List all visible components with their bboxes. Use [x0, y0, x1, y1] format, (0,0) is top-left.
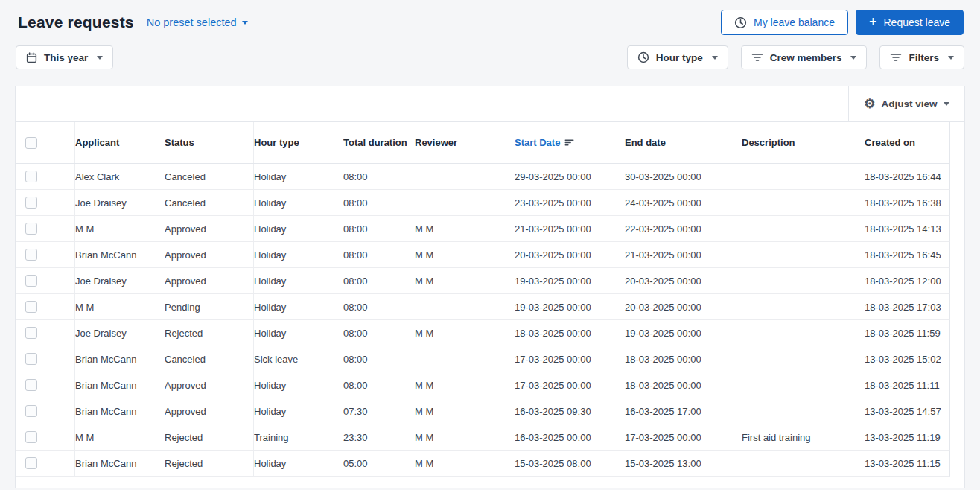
- table-row: Joe DraiseyApprovedHoliday08:00M M19-03-…: [16, 268, 950, 294]
- cell-created-on: 18-03-2025 11:59: [865, 320, 950, 346]
- cell-total-duration: 07:30: [343, 398, 415, 424]
- row-checkbox[interactable]: [25, 353, 37, 365]
- cell-start-date: 21-03-2025 00:00: [515, 216, 625, 241]
- request-leave-label: Request leave: [883, 16, 950, 28]
- row-checkbox[interactable]: [25, 275, 37, 287]
- row-checkbox[interactable]: [25, 223, 37, 235]
- cell-applicant: Brian McCann: [75, 451, 165, 476]
- cell-start-date: 15-03-2025 08:00: [515, 451, 625, 476]
- select-all-checkbox[interactable]: [25, 137, 37, 149]
- cell-applicant: Alex Clark: [75, 164, 165, 189]
- preset-selector[interactable]: No preset selected: [147, 16, 248, 28]
- leave-requests-table-card: ⚙ Adjust view Applicant Status Hour type…: [15, 86, 965, 488]
- period-filter-button[interactable]: This year: [16, 45, 113, 69]
- cell-hour-type: Training: [254, 424, 343, 450]
- cell-start-date: 23-03-2025 00:00: [515, 190, 625, 215]
- cell-end-date: 20-03-2025 00:00: [625, 294, 742, 319]
- page-header: Leave requests No preset selected My lea…: [0, 0, 980, 42]
- my-leave-balance-button[interactable]: My leave balance: [721, 10, 848, 35]
- cell-total-duration: 08:00: [343, 164, 415, 189]
- filters-label: Filters: [909, 52, 939, 63]
- cell-start-date: 20-03-2025 00:00: [515, 242, 625, 267]
- row-checkbox[interactable]: [25, 327, 37, 339]
- row-checkbox[interactable]: [25, 171, 37, 182]
- cell-status: Pending: [165, 294, 254, 319]
- row-checkbox[interactable]: [25, 197, 37, 209]
- cell-status: Approved: [165, 242, 254, 267]
- cell-applicant: Brian McCann: [75, 346, 165, 372]
- cell-reviewer: M M: [415, 216, 515, 241]
- row-checkbox-cell: [16, 320, 75, 346]
- column-header-total-duration[interactable]: Total duration: [343, 122, 415, 163]
- plus-icon: +: [869, 15, 877, 28]
- table-row: Brian McCannApprovedHoliday07:30M M16-03…: [16, 398, 950, 424]
- cell-reviewer: M M: [415, 242, 515, 267]
- column-header-description[interactable]: Description: [742, 122, 865, 163]
- cell-description: [742, 190, 865, 215]
- column-header-start-date[interactable]: Start Date: [515, 122, 625, 163]
- table-header-row: Applicant Status Hour type Total duratio…: [16, 122, 950, 164]
- cell-start-date: 17-03-2025 00:00: [515, 372, 625, 398]
- cell-total-duration: 08:00: [343, 190, 415, 215]
- cell-reviewer: M M: [415, 398, 515, 424]
- table-row: Brian McCannApprovedHoliday08:00M M20-03…: [16, 242, 950, 268]
- row-checkbox[interactable]: [25, 431, 37, 443]
- cell-description: [742, 398, 865, 424]
- crew-members-filter-button[interactable]: Crew members: [741, 45, 868, 69]
- row-checkbox[interactable]: [25, 301, 37, 313]
- cell-created-on: 13-03-2025 14:57: [865, 398, 950, 424]
- cell-status: Canceled: [165, 164, 254, 189]
- column-header-reviewer[interactable]: Reviewer: [415, 122, 515, 163]
- cell-hour-type: Holiday: [254, 164, 343, 189]
- cell-reviewer: [415, 164, 515, 189]
- filters-button[interactable]: Filters: [879, 45, 964, 69]
- adjust-view-button[interactable]: ⚙ Adjust view: [848, 86, 964, 121]
- cell-created-on: 18-03-2025 11:11: [865, 372, 950, 398]
- cell-reviewer: M M: [415, 451, 515, 476]
- row-checkbox-cell: [16, 242, 75, 267]
- request-leave-button[interactable]: + Request leave: [856, 10, 964, 35]
- cell-applicant: Joe Draisey: [75, 320, 165, 346]
- cell-end-date: 19-03-2025 00:00: [625, 320, 742, 346]
- table-toolbar: ⚙ Adjust view: [16, 86, 964, 122]
- column-header-hour-type[interactable]: Hour type: [254, 122, 343, 163]
- cell-end-date: 20-03-2025 00:00: [625, 268, 742, 293]
- row-checkbox-cell: [16, 424, 75, 450]
- chevron-down-icon: [850, 56, 856, 60]
- row-checkbox[interactable]: [25, 249, 37, 261]
- column-header-status[interactable]: Status: [165, 122, 254, 163]
- cell-description: [742, 268, 865, 293]
- cell-description: [742, 242, 865, 267]
- cell-reviewer: M M: [415, 268, 515, 293]
- cell-start-date: 18-03-2025 00:00: [515, 320, 625, 346]
- cell-hour-type: Holiday: [254, 294, 343, 319]
- cell-total-duration: 05:00: [343, 451, 415, 476]
- hour-type-filter-button[interactable]: Hour type: [627, 45, 728, 69]
- chevron-down-icon: [944, 102, 949, 106]
- column-header-applicant[interactable]: Applicant: [75, 122, 165, 163]
- cell-end-date: 18-03-2025 00:00: [625, 372, 742, 398]
- cell-start-date: 16-03-2025 00:00: [515, 424, 625, 450]
- chevron-down-icon: [948, 56, 954, 60]
- row-checkbox-cell: [16, 216, 75, 241]
- row-checkbox[interactable]: [25, 457, 37, 469]
- row-checkbox[interactable]: [25, 405, 37, 417]
- cell-hour-type: Holiday: [254, 372, 343, 398]
- calendar-icon: [26, 52, 37, 63]
- cell-total-duration: 08:00: [343, 268, 415, 293]
- chevron-down-icon: [242, 21, 248, 25]
- column-header-end-date[interactable]: End date: [625, 122, 742, 163]
- cell-status: Canceled: [165, 190, 254, 215]
- funnel-icon: [890, 51, 902, 63]
- cell-applicant: Brian McCann: [75, 398, 165, 424]
- row-checkbox[interactable]: [25, 379, 37, 391]
- row-checkbox-cell: [16, 294, 75, 319]
- cell-total-duration: 08:00: [343, 372, 415, 398]
- cell-hour-type: Holiday: [254, 268, 343, 293]
- cell-created-on: 18-03-2025 17:03: [865, 294, 950, 319]
- cell-applicant: Joe Draisey: [75, 268, 165, 293]
- column-header-created-on[interactable]: Created on: [865, 122, 950, 163]
- table-row: Brian McCannApprovedHoliday08:00M M17-03…: [16, 372, 950, 398]
- cell-start-date: 16-03-2025 09:30: [515, 398, 625, 424]
- cell-reviewer: [415, 346, 515, 372]
